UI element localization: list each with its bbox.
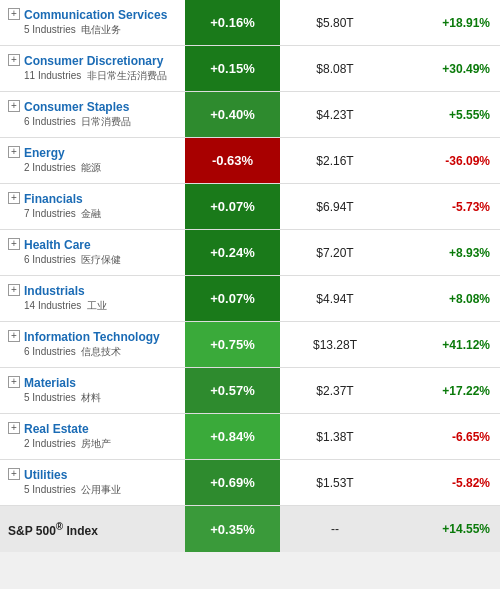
mcap-col: $8.08T xyxy=(280,58,390,80)
ytd-col: +5.55% xyxy=(390,104,500,126)
ytd-col: +18.91% xyxy=(390,12,500,34)
sector-link[interactable]: Energy xyxy=(24,146,101,160)
footer-row: S&P 500® Index +0.35% -- +14.55% xyxy=(0,506,500,552)
expand-icon[interactable]: + xyxy=(8,376,20,388)
mcap-col: $4.94T xyxy=(280,288,390,310)
sector-link[interactable]: Materials xyxy=(24,376,101,390)
sector-name-col: + Materials 5 Industries 材料 xyxy=(0,370,185,411)
sector-sub: 2 Industries 房地产 xyxy=(24,437,111,451)
change-col: +0.40% xyxy=(185,92,280,137)
sector-zh: 日常消费品 xyxy=(81,116,131,127)
footer-index-name: S&P 500® Index xyxy=(8,524,98,538)
table-row: + Materials 5 Industries 材料 +0.57% $2.37… xyxy=(0,368,500,414)
expand-icon[interactable]: + xyxy=(8,146,20,158)
footer-ytd: +14.55% xyxy=(390,518,500,540)
expand-icon[interactable]: + xyxy=(8,330,20,342)
sector-sub: 5 Industries 材料 xyxy=(24,391,101,405)
sector-name-col: + Energy 2 Industries 能源 xyxy=(0,140,185,181)
footer-change: +0.35% xyxy=(185,506,280,552)
ytd-col: +41.12% xyxy=(390,334,500,356)
sector-link[interactable]: Consumer Staples xyxy=(24,100,131,114)
sector-sub: 2 Industries 能源 xyxy=(24,161,101,175)
expand-icon[interactable]: + xyxy=(8,54,20,66)
sector-name-col: + Information Technology 6 Industries 信息… xyxy=(0,324,185,365)
sector-link[interactable]: Utilities xyxy=(24,468,121,482)
mcap-col: $2.37T xyxy=(280,380,390,402)
sector-zh: 电信业务 xyxy=(81,24,121,35)
sector-link[interactable]: Health Care xyxy=(24,238,121,252)
ytd-col: +8.93% xyxy=(390,242,500,264)
mcap-col: $5.80T xyxy=(280,12,390,34)
sector-name-col: + Financials 7 Industries 金融 xyxy=(0,186,185,227)
sector-zh: 医疗保健 xyxy=(81,254,121,265)
sector-zh: 公用事业 xyxy=(81,484,121,495)
ytd-col: -36.09% xyxy=(390,150,500,172)
sector-link[interactable]: Industrials xyxy=(24,284,107,298)
change-col: +0.57% xyxy=(185,368,280,413)
change-col: +0.15% xyxy=(185,46,280,91)
sector-sub: 5 Industries 电信业务 xyxy=(24,23,167,37)
sector-zh: 材料 xyxy=(81,392,101,403)
change-col: +0.69% xyxy=(185,460,280,505)
sector-sub: 6 Industries 医疗保健 xyxy=(24,253,121,267)
ytd-col: -6.65% xyxy=(390,426,500,448)
ytd-col: +17.22% xyxy=(390,380,500,402)
change-col: +0.07% xyxy=(185,184,280,229)
expand-icon[interactable]: + xyxy=(8,192,20,204)
change-col: -0.63% xyxy=(185,138,280,183)
mcap-col: $1.53T xyxy=(280,472,390,494)
expand-icon[interactable]: + xyxy=(8,468,20,480)
expand-icon[interactable]: + xyxy=(8,100,20,112)
sector-name-col: + Industrials 14 Industries 工业 xyxy=(0,278,185,319)
change-col: +0.75% xyxy=(185,322,280,367)
sector-zh: 房地产 xyxy=(81,438,111,449)
sector-link[interactable]: Information Technology xyxy=(24,330,160,344)
sector-sub: 7 Industries 金融 xyxy=(24,207,101,221)
table-row: + Energy 2 Industries 能源 -0.63% $2.16T -… xyxy=(0,138,500,184)
sector-sub: 5 Industries 公用事业 xyxy=(24,483,121,497)
table-row: + Health Care 6 Industries 医疗保健 +0.24% $… xyxy=(0,230,500,276)
table-row: + Information Technology 6 Industries 信息… xyxy=(0,322,500,368)
expand-icon[interactable]: + xyxy=(8,284,20,296)
ytd-col: -5.73% xyxy=(390,196,500,218)
ytd-col: -5.82% xyxy=(390,472,500,494)
sector-sub: 11 Industries 非日常生活消费品 xyxy=(24,69,167,83)
change-col: +0.24% xyxy=(185,230,280,275)
sector-table: + Communication Services 5 Industries 电信… xyxy=(0,0,500,552)
ytd-col: +30.49% xyxy=(390,58,500,80)
sector-zh: 信息技术 xyxy=(81,346,121,357)
sector-link[interactable]: Consumer Discretionary xyxy=(24,54,167,68)
ytd-col: +8.08% xyxy=(390,288,500,310)
sector-name-col: + Utilities 5 Industries 公用事业 xyxy=(0,462,185,503)
sector-name-col: + Consumer Staples 6 Industries 日常消费品 xyxy=(0,94,185,135)
mcap-col: $1.38T xyxy=(280,426,390,448)
sector-sub: 6 Industries 日常消费品 xyxy=(24,115,131,129)
change-col: +0.07% xyxy=(185,276,280,321)
change-col: +0.84% xyxy=(185,414,280,459)
mcap-col: $13.28T xyxy=(280,334,390,356)
sector-name-col: + Real Estate 2 Industries 房地产 xyxy=(0,416,185,457)
expand-icon[interactable]: + xyxy=(8,422,20,434)
table-row: + Utilities 5 Industries 公用事业 +0.69% $1.… xyxy=(0,460,500,506)
mcap-col: $4.23T xyxy=(280,104,390,126)
sector-zh: 能源 xyxy=(81,162,101,173)
sector-name-col: + Communication Services 5 Industries 电信… xyxy=(0,2,185,43)
sector-name-col: + Health Care 6 Industries 医疗保健 xyxy=(0,232,185,273)
table-row: + Industrials 14 Industries 工业 +0.07% $4… xyxy=(0,276,500,322)
sector-sub: 14 Industries 工业 xyxy=(24,299,107,313)
table-row: + Communication Services 5 Industries 电信… xyxy=(0,0,500,46)
table-row: + Financials 7 Industries 金融 +0.07% $6.9… xyxy=(0,184,500,230)
sector-zh: 非日常生活消费品 xyxy=(87,70,167,81)
sector-link[interactable]: Communication Services xyxy=(24,8,167,22)
table-row: + Real Estate 2 Industries 房地产 +0.84% $1… xyxy=(0,414,500,460)
table-row: + Consumer Discretionary 11 Industries 非… xyxy=(0,46,500,92)
footer-mcap: -- xyxy=(280,518,390,540)
sector-zh: 金融 xyxy=(81,208,101,219)
table-row: + Consumer Staples 6 Industries 日常消费品 +0… xyxy=(0,92,500,138)
sector-link[interactable]: Real Estate xyxy=(24,422,111,436)
expand-icon[interactable]: + xyxy=(8,8,20,20)
expand-icon[interactable]: + xyxy=(8,238,20,250)
sector-zh: 工业 xyxy=(87,300,107,311)
sector-link[interactable]: Financials xyxy=(24,192,101,206)
mcap-col: $7.20T xyxy=(280,242,390,264)
